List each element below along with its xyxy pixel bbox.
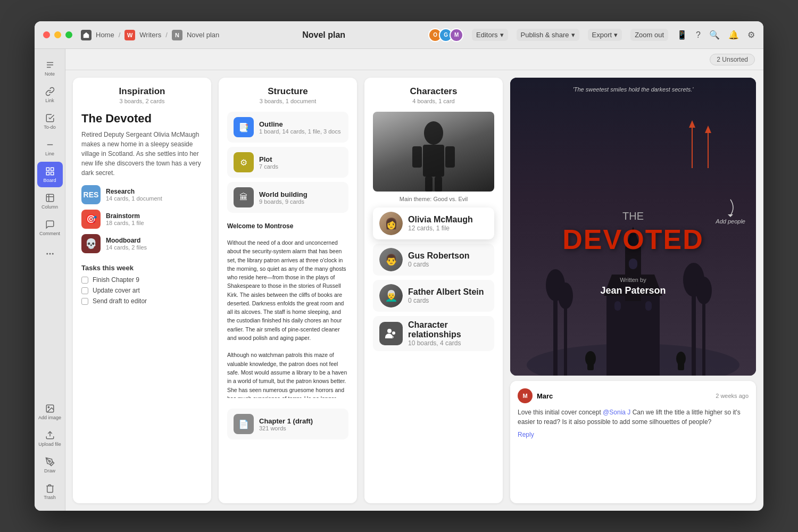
close-button[interactable]: [43, 31, 50, 38]
brainstorm-card[interactable]: 🎯 Brainstorm 18 cards, 1 file: [81, 210, 203, 229]
book-desc-insp: Retired Deputy Sergeant Olivia McMaugh m…: [81, 130, 203, 178]
gus-avatar: 👨: [379, 248, 403, 271]
task-3[interactable]: Send draft to editor: [81, 297, 203, 305]
sidebar-item-board[interactable]: Board: [37, 162, 63, 187]
svg-rect-36: [587, 359, 594, 370]
olivia-card[interactable]: 👩 Olivia McMaugh 12 cards, 1 file: [373, 207, 494, 239]
research-icon: RES: [81, 185, 101, 204]
sidebar: Note Link To-do Line Board Column: [35, 49, 65, 511]
sidebar-label-draw: Draw: [44, 468, 55, 473]
add-people-note: Add people: [716, 197, 745, 225]
brainstorm-icon: 🎯: [81, 210, 101, 229]
notifications-icon[interactable]: 🔔: [728, 30, 739, 40]
editors-button[interactable]: Editors ▾: [472, 29, 508, 41]
reply-button[interactable]: Reply: [518, 431, 749, 438]
publish-button[interactable]: Publish & share ▾: [517, 29, 579, 41]
outline-name: Outline: [259, 120, 340, 128]
sidebar-item-column[interactable]: Column: [37, 188, 63, 214]
sidebar-label-line: Line: [45, 151, 54, 156]
worldbuilding-card[interactable]: 🏛 World building 9 boards, 9 cards: [227, 182, 348, 213]
unsorted-badge[interactable]: 2 Unsorted: [710, 54, 755, 65]
svg-marker-43: [728, 214, 733, 217]
olivia-name: Olivia McMaugh: [408, 215, 473, 225]
breadcrumb: Home / W Writers / N Novel plan: [81, 30, 219, 40]
commenter-avatar: M: [518, 388, 533, 403]
plot-card[interactable]: ⚙ Plot 7 cards: [227, 147, 348, 178]
sidebar-item-comment[interactable]: Comment: [37, 215, 63, 240]
book-author: Jean Paterson: [510, 285, 756, 296]
titlebar-actions: O G M Editors ▾ Publish & share ▾ Export…: [428, 28, 755, 42]
book-cover-content: THE DEVOTED Written by Jean Paterson: [510, 157, 756, 296]
char-theme: Main theme: Good vs. Evil: [373, 196, 494, 202]
research-card[interactable]: RES Research 14 cards, 1 document: [81, 185, 203, 204]
sidebar-item-draw[interactable]: Draw: [37, 452, 63, 478]
search-icon[interactable]: 🔍: [709, 30, 720, 40]
breadcrumb-sep2: /: [165, 31, 168, 39]
maximize-button[interactable]: [65, 31, 72, 38]
task-3-label: Send draft to editor: [93, 297, 147, 305]
task-2-label: Update cover art: [93, 287, 140, 294]
svg-point-8: [48, 406, 49, 408]
writers-icon[interactable]: W: [124, 30, 135, 40]
moodboard-icon: 💀: [81, 234, 101, 253]
gus-card[interactable]: 👨 Gus Robertson 0 cards: [373, 244, 494, 276]
breadcrumb-novel[interactable]: Novel plan: [187, 31, 219, 39]
olivia-sub: 12 cards, 1 file: [408, 225, 473, 232]
book-cover-card: 'The sweetest smiles hold the darkest se…: [510, 78, 756, 376]
task-1[interactable]: Finish Chapter 9: [81, 276, 203, 284]
task-3-check[interactable]: [81, 298, 88, 305]
relationships-sub: 10 boards, 4 cards: [408, 339, 488, 347]
relationships-name: Character relationships: [408, 320, 488, 339]
task-2-check[interactable]: [81, 287, 88, 294]
sidebar-item-add-image[interactable]: Add image: [37, 399, 63, 425]
father-card[interactable]: 👨‍🦳 Father Albert Stein 0 cards: [373, 280, 494, 312]
zoom-button[interactable]: Zoom out: [630, 29, 668, 41]
chapter-card[interactable]: 📄 Chapter 1 (draft) 321 words: [227, 409, 348, 439]
help-icon[interactable]: ?: [696, 30, 701, 40]
breadcrumb-sep1: /: [119, 31, 121, 39]
sidebar-item-upload[interactable]: Upload file: [37, 426, 63, 451]
export-button[interactable]: Export ▾: [588, 29, 622, 41]
svg-rect-20: [553, 290, 558, 376]
sidebar-item-trash[interactable]: Trash: [37, 479, 63, 504]
svg-rect-38: [678, 359, 684, 370]
sidebar-item-todo[interactable]: To-do: [37, 109, 63, 134]
comment-card: M Marc 2 weeks ago Love this initial cov…: [510, 381, 756, 503]
home-icon[interactable]: [81, 30, 92, 40]
relationships-info: Character relationships 10 boards, 4 car…: [408, 320, 488, 347]
outline-card[interactable]: 📑 Outline 1 board, 14 cards, 1 file, 3 d…: [227, 112, 348, 143]
svg-rect-24: [606, 296, 660, 376]
add-people-label: Add people: [716, 218, 745, 225]
minimize-button[interactable]: [54, 31, 61, 38]
moodboard-card[interactable]: 💀 Moodboard 14 cards, 2 files: [81, 234, 203, 253]
task-2[interactable]: Update cover art: [81, 287, 203, 294]
sidebar-item-note[interactable]: Note: [37, 55, 63, 81]
comment-mention[interactable]: @Sonia J: [603, 409, 630, 416]
father-info: Father Albert Stein 0 cards: [408, 287, 484, 304]
relationships-card[interactable]: Character relationships 10 boards, 4 car…: [373, 316, 494, 351]
editors-label: Editors: [476, 31, 497, 39]
sidebar-label-note: Note: [45, 71, 55, 77]
sidebar-item-link[interactable]: Link: [37, 82, 63, 107]
gus-info: Gus Robertson 0 cards: [408, 251, 470, 268]
outline-info: Outline 1 board, 14 cards, 1 file, 3 doc…: [259, 120, 340, 135]
sidebar-item-more[interactable]: [37, 242, 63, 267]
task-1-check[interactable]: [81, 277, 88, 284]
world-icon: 🏛: [234, 187, 254, 207]
gus-sub: 0 cards: [408, 261, 470, 268]
svg-marker-40: [689, 120, 695, 128]
svg-rect-22: [564, 301, 567, 376]
comment-time: 2 weeks ago: [716, 393, 749, 399]
brainstorm-name: Brainstorm: [106, 212, 144, 220]
research-info: Research 14 cards, 1 document: [106, 188, 162, 202]
breadcrumb-writers[interactable]: Writers: [139, 31, 161, 39]
sidebar-item-line[interactable]: Line: [37, 135, 63, 161]
page-title: Novel plan: [219, 30, 428, 40]
devices-icon[interactable]: 📱: [677, 30, 687, 40]
breadcrumb-home[interactable]: Home: [96, 31, 114, 39]
settings-icon[interactable]: ⚙: [747, 30, 755, 40]
novel-icon[interactable]: N: [172, 30, 182, 40]
comment-author: Marc: [537, 392, 553, 400]
svg-point-18: [392, 331, 395, 335]
sidebar-label-board: Board: [43, 178, 56, 183]
